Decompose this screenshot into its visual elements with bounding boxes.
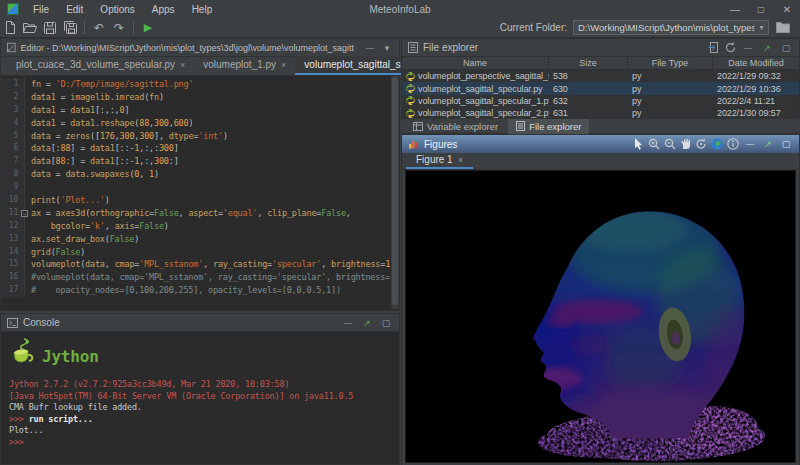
chevron-down-icon[interactable]: ▾	[754, 23, 768, 32]
refresh-icon[interactable]	[725, 42, 736, 53]
line-number: 5	[1, 130, 25, 143]
code-text: data1 = data1[:,:,0]	[25, 104, 129, 117]
code-area[interactable]: 1fn = 'D:/Temp/image/sagittal.png'2data1…	[1, 78, 391, 309]
line-number: 4	[1, 117, 25, 130]
file-name: volumeplot_sagittal_specular_1.py	[418, 96, 549, 106]
open-icon[interactable]	[21, 20, 39, 36]
console-output[interactable]: Jython Jython 2.7.2 (v2.7.2:925a3cc3b49d…	[1, 332, 399, 464]
python-file-icon	[406, 96, 415, 105]
figures-expand-icon[interactable]: ↗	[761, 139, 775, 149]
file-row[interactable]: volumeplot_sagittal_specular_1.py632py20…	[402, 95, 799, 107]
browse-folder-icon[interactable]	[774, 20, 792, 36]
console-panel: Console — ↗ ▢ Jython Jython 2.7.2 (v2.7.…	[0, 313, 400, 465]
code-line: 6data[:88] = data1[::-1,:,:300]	[1, 142, 391, 155]
code-text: data = zeros([176,300,300], dtype='int')	[25, 130, 228, 143]
redo-icon[interactable]: ↷	[110, 20, 128, 36]
close-icon[interactable]: ×	[281, 60, 286, 70]
line-number: 13	[1, 233, 25, 246]
file-row[interactable]: volumeplot_sagittal_specular_2.py631py20…	[402, 107, 799, 119]
python-file-icon	[406, 109, 415, 118]
tab-label: File explorer	[529, 121, 581, 132]
menu-edit[interactable]: Edit	[66, 4, 83, 15]
file-explorer-tab-icon	[516, 121, 525, 131]
file-name: volumeplot_sagittal_specular.py	[418, 84, 542, 94]
console-minimize-icon[interactable]: —	[341, 318, 355, 328]
main-toolbar: ↶ ↷ ▶ Current Folder: D:\Working\MIScrip…	[0, 18, 800, 38]
pan-hand-icon[interactable]	[680, 138, 691, 150]
rotate-icon[interactable]	[695, 138, 707, 150]
file-modified-cell: 2022/1/30 09:57	[713, 108, 799, 118]
code-text: bgcolor='k', axis=False)	[25, 220, 169, 233]
window-close-button[interactable]: ✕	[774, 0, 800, 18]
file-explorer-maximize-icon[interactable]: ▢	[779, 43, 793, 53]
zoom-in-icon[interactable]	[648, 138, 660, 150]
console-expand-icon[interactable]: ↗	[360, 318, 374, 328]
window-minimize-button[interactable]: —	[722, 0, 748, 18]
editor-scrollbar-thumb[interactable]	[392, 77, 398, 305]
editor-scrollbar[interactable]	[391, 76, 399, 309]
code-line: 1fn = 'D:/Temp/image/sagittal.png'	[1, 78, 391, 91]
line-number: 8	[1, 168, 25, 181]
line-number: 10	[1, 194, 25, 207]
title-bar: FileEditOptionsAppsHelp MeteoInfoLab — ▢…	[0, 0, 800, 18]
code-line: 10print('Plot...')	[1, 194, 391, 207]
figure-content	[402, 170, 799, 465]
save-all-icon[interactable]	[61, 20, 79, 36]
tab-file-explorer[interactable]: File explorer	[508, 119, 589, 134]
code-line: 7data[88:] = data1[::-1,:,300:]	[1, 155, 391, 168]
fold-marker-icon[interactable]: −	[21, 210, 28, 217]
file-explorer-minimize-icon[interactable]: —	[741, 43, 755, 53]
column-header-filetype[interactable]: File Type	[628, 57, 713, 69]
console-maximize-icon[interactable]: ▢	[379, 318, 393, 328]
editor-minimize-icon[interactable]: —	[364, 43, 376, 53]
code-text: grid(False)	[25, 246, 85, 259]
file-name-cell: volumeplot_perspective_sagittal_sp...	[402, 71, 549, 81]
info-icon[interactable]	[727, 138, 739, 150]
file-table-header: Name Size File Type Date Modified	[402, 57, 799, 70]
column-header-modified[interactable]: Date Modified	[713, 57, 799, 69]
run-icon[interactable]: ▶	[139, 20, 157, 36]
tab-variable-explorer[interactable]: Variable explorer	[405, 119, 506, 134]
file-type-cell: py	[628, 96, 713, 106]
file-explorer-expand-icon[interactable]: ↗	[760, 43, 774, 53]
line-number: 16	[1, 271, 25, 284]
file-explorer-title: File explorer	[423, 42, 478, 53]
console-lines: Jython 2.7.2 (v2.7.2:925a3cc3b49d, Mar 2…	[9, 379, 399, 449]
menu-options[interactable]: Options	[100, 4, 134, 15]
file-row[interactable]: volumeplot_perspective_sagittal_sp...538…	[402, 70, 799, 82]
editor-tab-plot_cuace_3d_volume_specular-py[interactable]: plot_cuace_3d_volume_specular.py×	[7, 56, 194, 75]
editor-tab-volumeplot_1-py[interactable]: volumeplot_1.py×	[194, 56, 295, 75]
file-row[interactable]: volumeplot_sagittal_specular.py630py2022…	[402, 82, 799, 94]
menu-apps[interactable]: Apps	[152, 4, 175, 15]
import-icon[interactable]	[708, 42, 720, 53]
jython-logo: Jython	[9, 336, 399, 376]
file-name-cell: volumeplot_sagittal_specular.py	[402, 84, 549, 94]
undo-icon[interactable]: ↶	[90, 20, 108, 36]
tab-figure-1[interactable]: Figure 1 ×	[406, 152, 473, 169]
close-icon[interactable]: ×	[458, 155, 463, 165]
current-folder-combobox[interactable]: D:\Working\MIScript\Jython\mis\plot_type…	[573, 20, 769, 35]
file-explorer-header: File explorer — ↗ ▢	[402, 39, 799, 57]
save-icon[interactable]	[41, 20, 59, 36]
window-maximize-button[interactable]: ▢	[748, 0, 774, 18]
column-header-name[interactable]: Name	[402, 57, 549, 69]
zoom-out-icon[interactable]	[664, 138, 676, 150]
column-header-size[interactable]: Size	[549, 57, 628, 69]
editor-header: Editor - D:\Working\MIScript\Jython\mis\…	[1, 39, 399, 57]
code-text: #volumeplot(data, cmap='MPL_sstanom', ra…	[25, 271, 399, 284]
console-line: >>> run script...	[9, 414, 399, 426]
cursor-icon[interactable]	[634, 138, 644, 150]
new-script-icon[interactable]	[1, 20, 19, 36]
file-size-cell: 632	[549, 96, 628, 106]
globe-icon[interactable]	[711, 138, 723, 150]
code-text: volumeplot(data, cmap='MPL_sstanom', ray…	[25, 258, 399, 271]
figures-maximize-icon[interactable]: ▢	[779, 139, 793, 149]
editor-menu-icon[interactable]: ▾	[381, 43, 393, 53]
figures-minimize-icon[interactable]: —	[743, 139, 757, 149]
line-number: 11−	[1, 207, 25, 220]
figure-canvas[interactable]	[405, 170, 796, 463]
menu-file[interactable]: File	[33, 4, 49, 15]
file-modified-cell: 2022/2/4 11:21	[713, 96, 799, 106]
menu-help[interactable]: Help	[192, 4, 213, 15]
close-icon[interactable]: ×	[180, 60, 185, 70]
